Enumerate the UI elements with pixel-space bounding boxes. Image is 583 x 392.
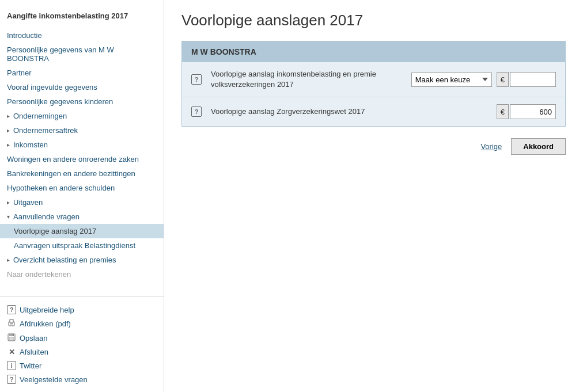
svg-rect-1 xyxy=(10,319,13,322)
sidebar-item-ondernemingen[interactable]: Ondernemingen xyxy=(0,109,164,123)
vorige-button[interactable]: Vorige xyxy=(480,142,502,151)
sidebar-item-ondernemersaftrek[interactable]: Ondernemersaftrek xyxy=(0,123,164,138)
euro-symbol-row2: € xyxy=(497,104,509,119)
dropdown-row1[interactable]: Maak een keuzeJaNee xyxy=(411,73,492,87)
sidebar: Aangifte inkomstenbelasting 2017 Introdu… xyxy=(0,0,164,392)
sidebar-item-woningen[interactable]: Woningen en andere onroerende zaken xyxy=(0,152,164,166)
svg-rect-2 xyxy=(10,324,13,324)
sidebar-title: Aangifte inkomstenbelasting 2017 xyxy=(0,6,164,28)
akkoord-button[interactable]: Akkoord xyxy=(511,138,566,155)
sidebar-item-voorlopige-aanslag[interactable]: Voorlopige aanslag 2017 xyxy=(0,224,164,238)
footer-item-save[interactable]: Opslaan xyxy=(0,331,164,345)
sidebar-item-persoonlijke-kinderen[interactable]: Persoonlijke gegevens kinderen xyxy=(0,94,164,109)
row-label-row1: Voorlopige aanslag inkomstenbelasting en… xyxy=(211,69,402,90)
svg-rect-7 xyxy=(9,337,14,340)
card-row-row1: ?Voorlopige aanslag inkomstenbelasting e… xyxy=(182,62,565,97)
faq-icon: ? xyxy=(7,375,16,384)
close-label: Afsluiten xyxy=(20,348,48,356)
footer-item-help[interactable]: ?Uitgebreide help xyxy=(0,303,164,317)
sidebar-item-overzicht[interactable]: Overzicht belasting en premies xyxy=(0,253,164,267)
save-label: Opslaan xyxy=(20,334,47,342)
print-icon xyxy=(7,319,16,329)
sidebar-item-ondertekenen: Naar ondertekenen xyxy=(0,267,164,281)
card-body: ?Voorlopige aanslag inkomstenbelasting e… xyxy=(182,62,565,126)
sidebar-item-vooraf-ingevulde[interactable]: Vooraf ingevulde gegevens xyxy=(0,80,164,94)
footer-item-print[interactable]: Afdrukken (pdf) xyxy=(0,317,164,331)
close-icon: ✕ xyxy=(7,348,16,356)
card-header: M W BOONSTRA xyxy=(182,41,565,62)
page-title: Voorlopige aanslagen 2017 xyxy=(181,12,566,29)
card-row-row2: ?Voorlopige aanslag Zorgverzekeringswet … xyxy=(182,97,565,126)
twitter-label: Twitter xyxy=(20,361,41,370)
faq-label: Veelgestelde vragen xyxy=(20,375,88,384)
sidebar-item-bankrekeningen[interactable]: Bankrekeningen en andere bezittingen xyxy=(0,166,164,181)
main-content: Voorlopige aanslagen 2017 M W BOONSTRA ?… xyxy=(164,0,583,392)
help-label: Uitgebreide help xyxy=(20,306,74,314)
footer-item-faq[interactable]: ?Veelgestelde vragen xyxy=(0,372,164,386)
twitter-icon: i xyxy=(7,361,16,370)
row-label-row2: Voorlopige aanslag Zorgverzekeringswet 2… xyxy=(211,106,487,117)
sidebar-item-aanvullende-vragen[interactable]: Aanvullende vragen xyxy=(0,210,164,224)
sidebar-item-aanvragen-uitspraak[interactable]: Aanvragen uitspraak Belastingdienst xyxy=(0,238,164,253)
amount-input-row1[interactable] xyxy=(510,72,556,87)
main-card: M W BOONSTRA ?Voorlopige aanslag inkomst… xyxy=(181,41,566,127)
footer-item-close[interactable]: ✕Afsluiten xyxy=(0,345,164,359)
sidebar-nav: IntroductiePersoonlijke gegevens van M W… xyxy=(0,28,164,291)
euro-group-row1: € xyxy=(497,72,556,87)
row-controls-row2: € xyxy=(497,104,556,119)
sidebar-item-introductie[interactable]: Introductie xyxy=(0,28,164,43)
sidebar-footer: ?Uitgebreide helpAfdrukken (pdf)Opslaan✕… xyxy=(0,296,164,386)
svg-rect-3 xyxy=(10,325,13,325)
print-label: Afdrukken (pdf) xyxy=(20,319,71,328)
save-icon xyxy=(7,333,16,343)
sidebar-item-hypotheken[interactable]: Hypotheken en andere schulden xyxy=(0,181,164,195)
sidebar-item-partner[interactable]: Partner xyxy=(0,66,164,80)
sidebar-item-inkomsten[interactable]: Inkomsten xyxy=(0,138,164,152)
nav-buttons: Vorige Akkoord xyxy=(181,138,566,155)
amount-input-row2[interactable] xyxy=(510,104,556,119)
sidebar-item-persoonlijke-gegevens[interactable]: Persoonlijke gegevens van M W BOONSTRA xyxy=(0,43,164,66)
help-icon: ? xyxy=(7,305,16,314)
help-icon-row1[interactable]: ? xyxy=(191,74,202,85)
euro-group-row2: € xyxy=(497,104,556,119)
help-icon-row2[interactable]: ? xyxy=(191,106,202,117)
row-controls-row1: Maak een keuzeJaNee€ xyxy=(411,72,556,87)
footer-item-twitter[interactable]: iTwitter xyxy=(0,359,164,372)
sidebar-item-uitgaven[interactable]: Uitgaven xyxy=(0,195,164,210)
euro-symbol-row1: € xyxy=(497,72,509,87)
svg-rect-5 xyxy=(9,334,13,336)
svg-rect-6 xyxy=(13,334,14,336)
